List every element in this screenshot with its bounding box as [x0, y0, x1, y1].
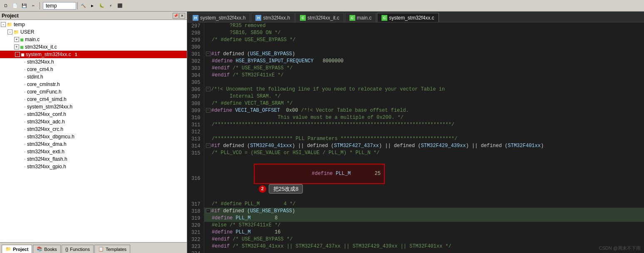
code-area[interactable]: 297 ?R35 removed 298 ?SB16, SB50 ON */ 2…	[187, 22, 644, 253]
tree-label-core-cmfunc: core_cmFunc.h	[27, 89, 62, 95]
tree-item-core-cm4[interactable]: ▪ core_cm4.h	[0, 66, 187, 73]
line-content-322[interactable]: #endif /* USE_HSE_BYPASS */	[204, 236, 644, 243]
line-318: 318 -#if defined (USE_HSE_BYPASS)	[187, 208, 644, 215]
tree-expander-temp[interactable]: -	[1, 22, 6, 27]
line-309: 309 -#define VECI_TAB_OFFSET 0x00 /*!< V…	[187, 107, 644, 114]
line-312: 312	[187, 128, 644, 135]
tree-item-stdint[interactable]: ▪ stdint.h	[0, 73, 187, 81]
file-h-icon-adc: ▪	[24, 119, 26, 124]
expand-301[interactable]: -	[206, 52, 211, 56]
line-content-300[interactable]	[204, 44, 644, 51]
line-content-321[interactable]: #define PLL_M 16	[204, 229, 644, 236]
tab-system-c[interactable]: C system_stm32f4xx.c	[377, 13, 439, 22]
tab-templates[interactable]: 📋 Templates	[94, 245, 130, 253]
line-content-317[interactable]: /* #define PLL_M 4 */	[204, 201, 644, 208]
toolbar-icon-debug[interactable]: 🐛	[97, 2, 106, 10]
toolbar-icon-flash[interactable]: ⚡	[107, 2, 115, 10]
tree-item-core-cmfunc[interactable]: ▪ core_cmFunc.h	[0, 88, 187, 96]
line-content-314[interactable]: -#if defined (STM32F40_41xxx) || defined…	[204, 142, 644, 150]
line-content-319[interactable]: #define PLL_M 8	[204, 215, 644, 222]
expand-306[interactable]: -	[206, 87, 211, 91]
project-name-input[interactable]: temp	[43, 2, 76, 10]
tree-item-user[interactable]: - 📁 USER	[0, 28, 187, 36]
file-h-icon-instr: ▪	[24, 82, 26, 87]
tree-item-core-cm4-simd[interactable]: ▪ core_cm4_simd.h	[0, 96, 187, 103]
tree-item-stm32f4xx-h[interactable]: ▪ stm32f4xx.h	[0, 58, 187, 66]
tab-functions[interactable]: {} Functions	[62, 245, 94, 253]
line-content-323[interactable]: #endif /* STM32F40_41xxx || STM32F427_43…	[204, 243, 644, 250]
line-num-316: 316	[187, 157, 204, 201]
line-315: 315 /* PLL_VCO = (HSE_VALUE or HSI_VALUE…	[187, 150, 644, 157]
tree-item-stm32-it[interactable]: + ◼ stm32f4xx_it.c	[0, 43, 187, 51]
expand-318[interactable]: -	[206, 209, 211, 213]
line-305: 305	[187, 79, 644, 86]
tree-item-gpio-h[interactable]: ▪ stm32f4xx_gpio.h	[0, 163, 187, 170]
tab-label-stm32-it: stm32f4xx_it.c	[307, 15, 339, 21]
tab-books[interactable]: 📚 Books	[33, 245, 61, 253]
toolbar-icon-run[interactable]: ▶	[88, 2, 97, 10]
line-content-320[interactable]: #else /* STM32F411xE */	[204, 222, 644, 229]
line-content-315[interactable]: /* PLL_VCO = (HSE_VALUE or HSI_VALUE / P…	[204, 150, 644, 157]
tree-expander-user[interactable]: -	[7, 29, 12, 34]
tree-item-adc-h[interactable]: ▪ stm32f4xx_adc.h	[0, 118, 187, 125]
tree-label-dma-h: stm32f4xx_dma.h	[27, 141, 67, 147]
toolbar-icon-stop[interactable]: ⬛	[116, 2, 124, 10]
tree-expander-main[interactable]: +	[14, 37, 19, 42]
tree-item-crc-h[interactable]: ▪ stm32f4xx_crc.h	[0, 125, 187, 133]
tree-item-system-stm32[interactable]: - ◼ system_stm32f4xx.c 1	[0, 51, 187, 58]
line-content-302[interactable]: #define HSE_BYPASS_INPUT_FREQUENCY 80000…	[204, 58, 644, 65]
tab-stm32-it[interactable]: C stm32f4xx_it.c	[295, 13, 344, 22]
toolbar-icon-3[interactable]: 💾	[20, 2, 28, 10]
tree-item-exti-h[interactable]: ▪ stm32f4xx_exti.h	[0, 148, 187, 155]
tree-expander-system[interactable]: -	[15, 52, 20, 57]
tree-item-dbgmcu-h[interactable]: ▪ stm32f4xx_dbgmcu.h	[0, 133, 187, 140]
panel-close-button[interactable]: ✕	[179, 13, 185, 19]
toolbar-icon-build[interactable]: 🔨	[79, 2, 87, 10]
line-num-300: 300	[187, 44, 204, 51]
line-content-307[interactable]: Internal SRAM. */	[204, 93, 644, 100]
tree-item-conf-h[interactable]: ▪ stm32f4xx_conf.h	[0, 111, 187, 118]
line-content-305[interactable]	[204, 79, 644, 86]
tree-item-main-c[interactable]: + ◼ main.c	[0, 36, 187, 43]
line-num-315: 315	[187, 150, 204, 157]
expand-309[interactable]: -	[206, 108, 211, 113]
line-content-298[interactable]: ?SB16, SB50 ON */	[204, 29, 644, 37]
line-content-303[interactable]: #endif /* USE_HSE_BYPASS */	[204, 65, 644, 72]
line-content-318[interactable]: -#if defined (USE_HSE_BYPASS)	[204, 208, 644, 215]
line-content-297[interactable]: ?R35 removed	[204, 22, 644, 29]
toolbar-icon-4[interactable]: ✂	[29, 2, 37, 10]
line-content-312[interactable]	[204, 128, 644, 135]
line-content-310[interactable]: This value must be a multiple of 0x200. …	[204, 114, 644, 121]
line-content-306[interactable]: -/*!< Uncomment the following line if yo…	[204, 86, 644, 93]
line-content-308[interactable]: /* #define VECT_TAB_SRAM */	[204, 100, 644, 107]
tab-main[interactable]: C main.c	[345, 13, 376, 22]
line-content-311[interactable]: /***************************************…	[204, 121, 644, 128]
line-content-316[interactable]: #define PLL_M 25 2 把25改成8	[204, 157, 644, 201]
line-316: 316 #define PLL_M 25 2 把25改成8	[187, 157, 644, 201]
line-content-299[interactable]: /* #define USE_HSE_BYPASS */	[204, 37, 644, 44]
tab-project[interactable]: 📁 Project	[2, 245, 32, 253]
line-content-313[interactable]: /************************** PLL Paramete…	[204, 135, 644, 142]
file-h-icon-simd: ▪	[24, 97, 26, 102]
tree-item-temp[interactable]: - 📁 temp	[0, 21, 187, 28]
file-c-icon: ◼	[20, 37, 24, 42]
expand-314[interactable]: -	[206, 143, 211, 148]
panel-pin-button[interactable]: 📌	[173, 13, 178, 19]
tree-item-core-cminstr[interactable]: ▪ core_cmInstr.h	[0, 81, 187, 88]
tab-stm32-h[interactable]: H stm32f4xx.h	[251, 13, 295, 22]
tree-expander-stm32-it[interactable]: +	[14, 44, 19, 49]
tab-system-h[interactable]: H system_stm32f4xx.h	[188, 13, 250, 22]
line-content-301[interactable]: -#if defined (USE_HSE_BYPASS)	[204, 51, 644, 58]
line-content-304[interactable]: #endif /* STM32F411xE */	[204, 72, 644, 79]
tree-item-system-h[interactable]: ▪ system_stm32f4xx.h	[0, 103, 187, 111]
line-302: 302 #define HSE_BYPASS_INPUT_FREQUENCY 8…	[187, 58, 644, 65]
toolbar-icon-2[interactable]: 📄	[11, 2, 19, 10]
line-num-311: 311	[187, 121, 204, 128]
line-content-309[interactable]: -#define VECI_TAB_OFFSET 0x00 /*!< Vecto…	[204, 107, 644, 114]
line-321: 321 #define PLL_M 16	[187, 229, 644, 236]
line-content-324[interactable]	[204, 250, 644, 253]
file-h-icon-flash: ▪	[24, 157, 26, 162]
toolbar-icon-1[interactable]: 🗋	[2, 2, 10, 10]
tree-item-dma-h[interactable]: ▪ stm32f4xx_dma.h	[0, 140, 187, 148]
tree-item-flash-h[interactable]: ▪ stm32f4xx_flash.h	[0, 155, 187, 163]
